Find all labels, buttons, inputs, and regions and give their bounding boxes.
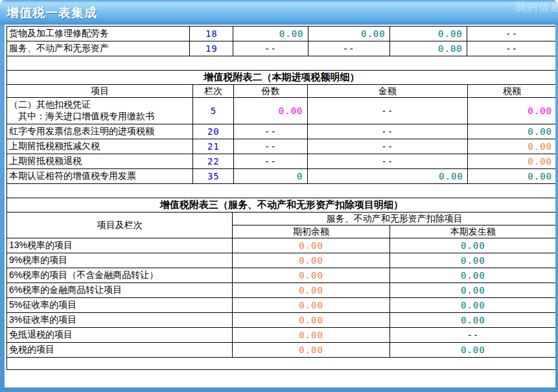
table-row: 本期认证相符的增值税专用发票 35 0 0.00 0.00 xyxy=(7,169,556,184)
cell-value[interactable]: 0.00 xyxy=(389,41,467,56)
cell-value[interactable]: 0.00 xyxy=(389,238,555,253)
table1-continuation: 货物及加工修理修配劳务 18 0.00 0.00 0.00 -- 服务、不动产和… xyxy=(6,26,555,56)
cell-value-disabled: -- xyxy=(389,328,555,343)
tables-grid: 货物及加工修理修配劳务 18 0.00 0.00 0.00 -- 服务、不动产和… xyxy=(6,26,555,370)
background-window-fragment-top-right: 我的信息 xyxy=(515,1,558,14)
cell-item-label: 6%税率的项目（不含金融商品转让） xyxy=(7,268,233,283)
cell-item-label: 6%税率的金融商品转让项目 xyxy=(7,283,233,298)
cell-value[interactable]: 0.00 xyxy=(233,328,389,343)
cell-value[interactable]: 0.00 xyxy=(233,238,389,253)
cell-item-label: 免税的项目 xyxy=(7,343,233,358)
table-row: 5%征收率的项目 0.00 0.00 xyxy=(7,298,556,313)
cell-value[interactable]: 0.00 xyxy=(307,169,467,184)
table-row: 9%税率的项目 0.00 0.00 xyxy=(7,253,556,268)
cell-value[interactable]: 0.00 xyxy=(389,343,555,358)
cell-item-label: 本期认证相符的增值税专用发票 xyxy=(7,169,193,184)
cell-value-disabled: -- xyxy=(233,41,308,56)
cell-value-disabled: -- xyxy=(307,154,467,169)
window-titlebar[interactable]: 增值税一表集成 我的信息 xyxy=(0,0,558,25)
header-row: 项目 栏次 份数 金额 税额 xyxy=(7,85,556,98)
header-row: 项目及栏次 服务、不动产和无形资产扣除项目 xyxy=(7,213,556,225)
table3-title: 增值税附表三（服务、不动产和无形资产扣除项目明细） xyxy=(7,198,556,213)
table-row: 上期留抵税额退税 22 -- -- 0.00 xyxy=(7,154,556,169)
cell-item-label: 13%税率的项目 xyxy=(7,238,233,253)
cell-value[interactable]: 0.00 xyxy=(467,124,555,139)
cell-item-label: 3%征收率的项目 xyxy=(7,313,233,328)
cell-value[interactable]: 0.00 xyxy=(234,98,307,124)
cell-value[interactable]: 0.00 xyxy=(389,313,555,328)
cell-line-number: 35 xyxy=(193,169,234,184)
cell-value[interactable]: 0.00 xyxy=(233,27,308,41)
header-item: 项目 xyxy=(7,85,193,98)
cell-value-disabled: -- xyxy=(234,124,307,139)
section-title-row: 增值税附表二（本期进项税额明细） xyxy=(7,71,556,85)
cell-value-disabled: -- xyxy=(307,124,467,139)
table-row: 货物及加工修理修配劳务 18 0.00 0.00 0.00 -- xyxy=(7,27,556,41)
cell-item-label: （二）其他扣税凭证 其中：海关进口增值税专用缴款书 xyxy=(7,98,193,124)
cell-value[interactable]: 0.00 xyxy=(308,27,389,41)
table-row: 6%税率的金融商品转让项目 0.00 0.00 xyxy=(7,283,556,298)
form-scroll-area[interactable]: 货物及加工修理修配劳务 18 0.00 0.00 0.00 -- 服务、不动产和… xyxy=(5,25,555,387)
table-separator xyxy=(6,56,555,70)
cell-value-disabled: -- xyxy=(308,41,389,56)
cell-value-disabled: -- xyxy=(234,154,307,169)
cell-line-number: 18 xyxy=(190,27,233,41)
cell-item-label: 9%税率的项目 xyxy=(7,253,233,268)
cell-value[interactable]: 0.00 xyxy=(233,268,389,283)
cell-value-disabled: -- xyxy=(307,98,467,124)
header-opening-balance: 期初余额 xyxy=(233,225,389,238)
cell-value[interactable]: 0 xyxy=(234,169,307,184)
cell-value-disabled: -- xyxy=(307,139,467,154)
header-item: 项目及栏次 xyxy=(7,213,233,238)
header-group: 服务、不动产和无形资产扣除项目 xyxy=(233,213,555,225)
cell-item-label: 红字专用发票信息表注明的进项税额 xyxy=(7,124,193,139)
cell-item-label: 服务、不动产和无形资产 xyxy=(7,41,190,56)
cell-value[interactable]: 0.00 xyxy=(467,98,555,124)
cell-value-disabled: -- xyxy=(467,27,555,41)
cell-line-number: 22 xyxy=(193,154,234,169)
header-current-amount: 本期发生额 xyxy=(389,225,555,238)
table-row: 上期留抵税额抵减欠税 21 -- -- 0.00 xyxy=(7,139,556,154)
cell-value[interactable]: 0.00 xyxy=(389,283,555,298)
cell-value[interactable]: 0.00 xyxy=(233,313,389,328)
header-amount: 金额 xyxy=(307,85,467,98)
header-line-number: 栏次 xyxy=(193,85,234,98)
table-row: 6%税率的项目（不含金融商品转让） 0.00 0.00 xyxy=(7,268,556,283)
cell-item-label: 免抵退税的项目 xyxy=(7,328,233,343)
cell-line-number: 21 xyxy=(193,139,234,154)
cell-line-number: 5 xyxy=(193,98,234,124)
cell-value[interactable]: 0.00 xyxy=(389,298,555,313)
cell-line-number: 20 xyxy=(193,124,234,139)
cell-value[interactable]: 0.00 xyxy=(467,169,555,184)
cell-value[interactable]: 0.00 xyxy=(389,27,467,41)
cell-item-label: 5%征收率的项目 xyxy=(7,298,233,313)
section-title-row: 增值税附表三（服务、不动产和无形资产扣除项目明细） xyxy=(7,198,556,213)
table-row: 免税的项目 0.00 0.00 xyxy=(7,343,556,358)
vat-form-window: 增值税一表集成 我的信息 货物及加工修理修配劳务 18 0.00 0.00 0.… xyxy=(0,0,558,392)
empty-footer-row xyxy=(6,358,555,370)
cell-item-label: 货物及加工修理修配劳务 xyxy=(7,27,190,41)
header-tax: 税额 xyxy=(467,85,555,98)
cell-value[interactable]: 0.00 xyxy=(233,283,389,298)
cell-value-disabled: -- xyxy=(467,41,555,56)
cell-value[interactable]: 0.00 xyxy=(389,253,555,268)
cell-value[interactable]: 0.00 xyxy=(467,154,555,169)
table-row: 服务、不动产和无形资产 19 -- -- 0.00 -- xyxy=(7,41,556,56)
table3-deduction-detail: 增值税附表三（服务、不动产和无形资产扣除项目明细） 项目及栏次 服务、不动产和无… xyxy=(6,198,555,358)
cell-item-label: 上期留抵税额退税 xyxy=(7,154,193,169)
table-row: 13%税率的项目 0.00 0.00 xyxy=(7,238,556,253)
cell-value[interactable]: 0.00 xyxy=(467,139,555,154)
table-row: 红字专用发票信息表注明的进项税额 20 -- -- 0.00 xyxy=(7,124,556,139)
table-separator xyxy=(6,184,555,198)
cell-value[interactable]: 0.00 xyxy=(389,268,555,283)
cell-value[interactable]: 0.00 xyxy=(233,343,389,358)
window-title: 增值税一表集成 xyxy=(6,5,97,21)
table2-input-tax-detail: 增值税附表二（本期进项税额明细） 项目 栏次 份数 金额 税额 （二）其他扣税凭… xyxy=(6,70,555,184)
header-copies: 份数 xyxy=(234,85,307,98)
cell-value[interactable]: 0.00 xyxy=(233,253,389,268)
cell-value[interactable]: 0.00 xyxy=(233,298,389,313)
table-row: （二）其他扣税凭证 其中：海关进口增值税专用缴款书 5 0.00 -- 0.00 xyxy=(7,98,556,124)
cell-line-number: 19 xyxy=(190,41,233,56)
cell-item-label: 上期留抵税额抵减欠税 xyxy=(7,139,193,154)
cell-value-disabled: -- xyxy=(234,139,307,154)
